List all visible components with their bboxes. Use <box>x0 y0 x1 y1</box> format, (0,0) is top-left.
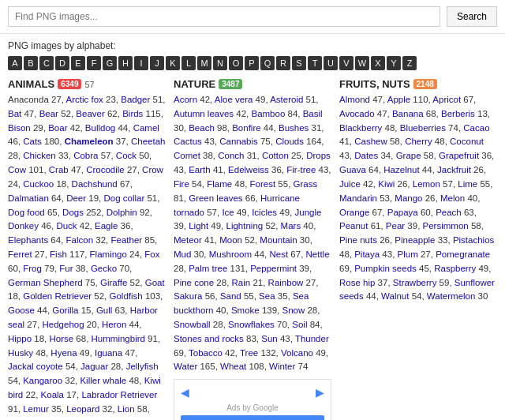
alpha-btn-d[interactable]: D <box>55 56 69 70</box>
animals-header: ANIMALS 6349 57 <box>8 78 166 90</box>
alpha-btn-v[interactable]: V <box>339 56 354 70</box>
alpha-btn-r[interactable]: R <box>276 56 290 70</box>
nature-column: NATURE 3487 Acorn 42, Aloe vera 49, Aste… <box>174 78 331 420</box>
alpha-btn-u[interactable]: U <box>324 56 338 70</box>
alpha-btn-p[interactable]: P <box>245 56 259 70</box>
nature-items: Acorn 42, Aloe vera 49, Asteroid 51, Aut… <box>174 93 331 374</box>
alpha-btn-y[interactable]: Y <box>387 56 401 70</box>
alpha-btn-e[interactable]: E <box>71 56 85 70</box>
ads-by-label: Ads by Google <box>181 403 324 412</box>
alpha-btn-n[interactable]: N <box>213 56 227 70</box>
animals-column: ANIMALS 6349 57 Anaconda 27, Arctic fox … <box>8 78 166 420</box>
alpha-btn-j[interactable]: J <box>150 56 164 70</box>
fruits-column: FRUITS, NUTS 2148 Almond 47, Apple 110, … <box>339 78 497 420</box>
alpha-btn-f[interactable]: F <box>87 56 101 70</box>
alpha-btn-h[interactable]: H <box>118 56 133 70</box>
fruits-title: FRUITS, NUTS <box>339 78 410 90</box>
top-bar: Search <box>0 0 505 34</box>
nature-title: NATURE <box>174 78 215 90</box>
alphabet-section: PNG images by alphabet: ABCDEFGHIJKLMNOP… <box>0 34 505 73</box>
alpha-btn-q[interactable]: Q <box>260 56 275 70</box>
animals-title: ANIMALS <box>8 78 54 90</box>
alpha-btn-t[interactable]: T <box>308 56 322 70</box>
nav-arrows: ◀ ▶ <box>181 386 324 399</box>
nature-badge: 3487 <box>219 79 242 89</box>
search-input[interactable] <box>8 6 440 27</box>
nature-header: NATURE 3487 <box>174 78 331 90</box>
alpha-btn-x[interactable]: X <box>371 56 385 70</box>
next-arrow[interactable]: ▶ <box>316 386 324 399</box>
main-content: ANIMALS 6349 57 Anaconda 27, Arctic fox … <box>0 73 505 420</box>
alpha-btn-g[interactable]: G <box>103 56 117 70</box>
alphabet-title: PNG images by alphabet: <box>8 40 497 51</box>
fruits-items: Almond 47, Apple 110, Apricot 67, Avocad… <box>339 93 497 304</box>
alphabet-row: ABCDEFGHIJKLMNOPQRSTUVWXYZ <box>8 56 497 70</box>
fruits-header: FRUITS, NUTS 2148 <box>339 78 497 90</box>
search-button[interactable]: Search <box>447 6 497 27</box>
animals-badge: 6349 <box>58 79 81 89</box>
prev-arrow[interactable]: ◀ <box>181 386 189 399</box>
alpha-btn-l[interactable]: L <box>181 56 196 70</box>
animals-items: Anaconda 27, Arctic fox 23, Badger 51, B… <box>8 93 166 420</box>
alpha-btn-w[interactable]: W <box>355 56 369 70</box>
fruits-badge: 2148 <box>413 79 437 89</box>
alpha-btn-i[interactable]: I <box>134 56 148 70</box>
alpha-btn-a[interactable]: A <box>8 56 22 70</box>
ad-box: ◀ ▶ Ads by Google Send feedback Why this… <box>174 379 331 420</box>
alpha-btn-s[interactable]: S <box>292 56 306 70</box>
alpha-btn-z[interactable]: Z <box>402 56 417 70</box>
alpha-btn-k[interactable]: K <box>166 56 180 70</box>
alpha-btn-b[interactable]: B <box>24 56 38 70</box>
alpha-btn-o[interactable]: O <box>229 56 243 70</box>
animals-extra: 57 <box>84 80 94 89</box>
alpha-btn-c[interactable]: C <box>39 56 54 70</box>
send-feedback-button[interactable]: Send feedback <box>181 415 324 420</box>
alpha-btn-m[interactable]: M <box>197 56 211 70</box>
